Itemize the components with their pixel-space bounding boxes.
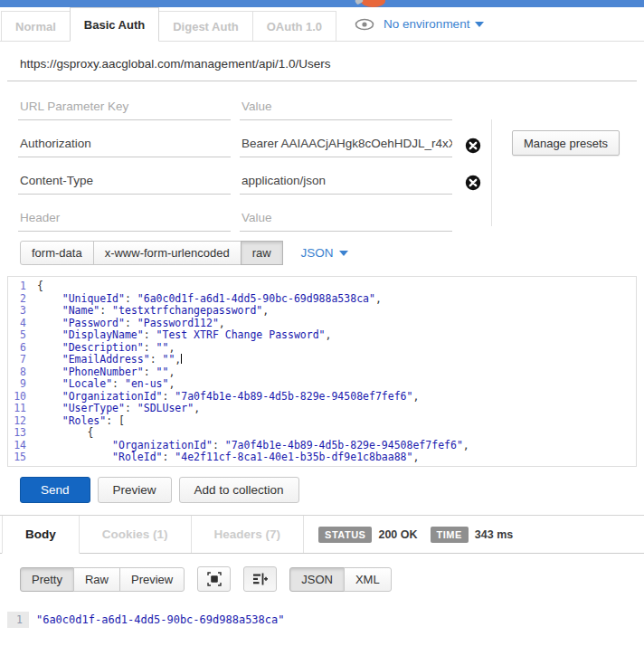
code-text: "Locale": "en-us", bbox=[37, 378, 175, 391]
selection-square-icon bbox=[207, 572, 222, 586]
new-header-row: Header Value bbox=[18, 207, 644, 233]
url-input[interactable]: https://gsproxy.aacglobal.com/management… bbox=[7, 55, 637, 81]
header-value-input[interactable]: application/json bbox=[240, 171, 452, 195]
raw-button[interactable]: raw bbox=[241, 241, 283, 265]
status-value: 200 OK bbox=[378, 528, 417, 541]
line-number: 3 bbox=[8, 305, 37, 318]
code-text: "Roles": [ bbox=[37, 415, 125, 428]
partial-logo bbox=[361, 0, 385, 7]
response-body[interactable]: 1"6a0c0d1f-a6d1-4dd5-90bc-69d988a538ca" bbox=[0, 601, 644, 628]
url-row: https://gsproxy.aacglobal.com/management… bbox=[0, 42, 644, 81]
response-tab-cookies[interactable]: Cookies (1) bbox=[80, 516, 192, 553]
url-param-key-input[interactable]: URL Parameter Key bbox=[18, 97, 231, 120]
code-text: "OrganizationId": "7a0f4b1e-4b89-4d5b-82… bbox=[37, 391, 419, 404]
action-buttons: Send Preview Add to collection bbox=[0, 467, 644, 503]
response-toolbar: Pretty Raw Preview JSON XML bbox=[0, 554, 644, 601]
request-mode-tabs: Normal Basic Auth Digest Auth OAuth 1.0 … bbox=[0, 7, 644, 42]
request-body-editor[interactable]: 1{2 "UniqueId": "6a0c0d1f-a6d1-4dd5-90bc… bbox=[7, 276, 637, 467]
response-line-number: 1 bbox=[7, 612, 29, 628]
code-text: "Password": "Password112", bbox=[37, 318, 225, 330]
add-to-collection-button[interactable]: Add to collection bbox=[179, 477, 299, 503]
editor-line: 15 "RoleId": "4e2f11cf-8ca1-40e1-b35b-df… bbox=[8, 451, 636, 464]
line-number: 7 bbox=[8, 354, 37, 366]
tab-oauth-1[interactable]: OAuth 1.0 bbox=[252, 11, 336, 41]
line-number: 2 bbox=[8, 293, 37, 306]
url-param-row: URL Parameter Key Value bbox=[18, 96, 644, 121]
tab-digest-auth[interactable]: Digest Auth bbox=[158, 11, 252, 41]
view-mode-group: Pretty Raw Preview bbox=[20, 567, 185, 592]
response-tab-headers[interactable]: Headers (7) bbox=[192, 516, 305, 553]
json-format-button[interactable]: JSON bbox=[289, 567, 345, 592]
editor-line: 8 "PhoneNumber": "", bbox=[8, 366, 636, 379]
response-status: STATUS 200 OK TIME 343 ms bbox=[318, 516, 526, 553]
header-row-content-type: Content-Type application/json bbox=[18, 170, 644, 195]
manage-presets-button[interactable]: Manage presets bbox=[512, 130, 620, 156]
code-text: "EmailAddress": "", bbox=[37, 354, 182, 366]
header-key-input[interactable]: Authorization bbox=[18, 134, 231, 157]
line-number: 13 bbox=[8, 427, 37, 440]
new-header-value-input[interactable]: Value bbox=[240, 208, 452, 232]
text-cursor bbox=[181, 354, 182, 364]
pretty-button[interactable]: Pretty bbox=[20, 567, 74, 592]
environment-label[interactable]: No environment bbox=[384, 17, 469, 31]
response-code-text: "6a0c0d1f-a6d1-4dd5-90bc-69d988a538ca" bbox=[36, 613, 285, 626]
code-text: "OrganizationId": "7a0f4b1e-4b89-4d5b-82… bbox=[37, 440, 469, 452]
line-number: 14 bbox=[8, 440, 37, 452]
send-button[interactable]: Send bbox=[20, 477, 90, 503]
eye-icon[interactable] bbox=[355, 18, 374, 31]
vertical-divider bbox=[491, 119, 492, 226]
response-line: 1"6a0c0d1f-a6d1-4dd5-90bc-69d988a538ca" bbox=[7, 612, 644, 628]
line-number: 15 bbox=[8, 451, 37, 464]
editor-line: 12 "Roles": [ bbox=[8, 415, 636, 428]
form-data-button[interactable]: form-data bbox=[20, 241, 94, 265]
editor-line: 6 "Description": "", bbox=[8, 342, 636, 355]
editor-line: 3 "Name": "testxtrfchangepassword", bbox=[8, 305, 636, 318]
line-number: 8 bbox=[8, 366, 37, 379]
line-number: 11 bbox=[8, 403, 37, 415]
line-number: 12 bbox=[8, 415, 37, 428]
header-value-input[interactable]: Bearer AAIAACjAHgk8cOehHDJL_r4xX bbox=[240, 134, 452, 157]
tab-basic-auth[interactable]: Basic Auth bbox=[70, 7, 159, 42]
x-www-form-urlencoded-button[interactable]: x-www-form-urlencoded bbox=[93, 241, 242, 265]
code-text: "UserType": "SDLUser", bbox=[37, 403, 200, 415]
editor-line: 2 "UniqueId": "6a0c0d1f-a6d1-4dd5-90bc-6… bbox=[8, 293, 636, 306]
editor-line: 7 "EmailAddress": "", bbox=[8, 354, 636, 366]
header-key-input[interactable]: Content-Type bbox=[18, 171, 231, 195]
code-text: "RoleId": "4e2f11cf-8ca1-40e1-b35b-df9e1… bbox=[37, 451, 419, 464]
line-wrap-button[interactable] bbox=[243, 566, 277, 592]
preview-button[interactable]: Preview bbox=[98, 477, 172, 503]
body-type-selector: form-data x-www-form-urlencoded raw JSON bbox=[0, 237, 644, 276]
chevron-down-icon bbox=[339, 251, 348, 256]
code-text: "DisplayName": "Test XTRF Change Passwor… bbox=[37, 329, 331, 342]
line-number: 1 bbox=[8, 280, 37, 293]
new-header-key-input[interactable]: Header bbox=[18, 208, 231, 232]
format-group: JSON XML bbox=[289, 567, 391, 592]
response-tab-body[interactable]: Body bbox=[2, 516, 80, 554]
line-number: 6 bbox=[8, 342, 37, 355]
code-text: { bbox=[37, 427, 93, 440]
environment-selector[interactable]: No environment bbox=[355, 7, 484, 41]
format-dropdown[interactable]: JSON bbox=[301, 246, 348, 260]
raw-view-button[interactable]: Raw bbox=[73, 567, 120, 592]
status-badge: STATUS bbox=[318, 527, 372, 543]
line-number: 9 bbox=[8, 378, 37, 391]
code-text: "Name": "testxtrfchangepassword", bbox=[37, 305, 269, 318]
xml-format-button[interactable]: XML bbox=[344, 567, 392, 592]
format-dropdown-label: JSON bbox=[301, 246, 334, 260]
tab-normal[interactable]: Normal bbox=[1, 11, 71, 41]
time-badge: TIME bbox=[431, 527, 469, 543]
code-text: "UniqueId": "6a0c0d1f-a6d1-4dd5-90bc-69d… bbox=[37, 293, 382, 306]
time-value: 343 ms bbox=[475, 528, 513, 541]
response-tabs: Body Cookies (1) Headers (7) STATUS 200 … bbox=[0, 515, 644, 554]
preview-view-button[interactable]: Preview bbox=[119, 567, 185, 592]
editor-line: 4 "Password": "Password112", bbox=[8, 318, 636, 330]
url-param-value-input[interactable]: Value bbox=[240, 97, 452, 120]
chevron-down-icon bbox=[475, 22, 484, 27]
editor-line: 5 "DisplayName": "Test XTRF Change Passw… bbox=[8, 329, 636, 342]
remove-header-icon[interactable] bbox=[465, 175, 481, 191]
line-number: 10 bbox=[8, 391, 37, 404]
code-text: { bbox=[37, 280, 43, 293]
remove-header-icon[interactable] bbox=[465, 138, 481, 154]
fullscreen-select-button[interactable] bbox=[197, 566, 231, 592]
top-blue-bar bbox=[0, 0, 644, 7]
